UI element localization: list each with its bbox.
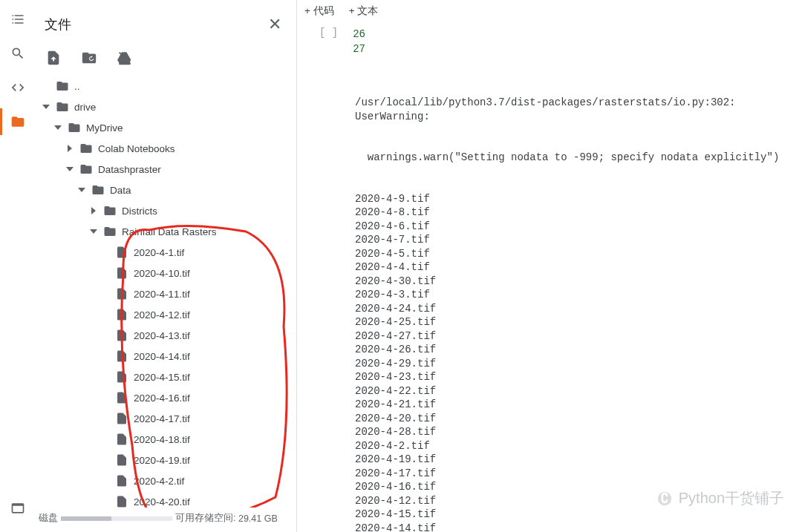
- tree-file-item[interactable]: 2020-4-2.tif: [101, 470, 296, 491]
- disk-label: 磁盘: [39, 512, 58, 525]
- line-number: 27: [353, 43, 374, 55]
- folder-icon: [102, 203, 117, 218]
- tree-label: 2020-4-1.tif: [134, 247, 184, 258]
- tree-item-colab[interactable]: Colab Notebooks: [65, 138, 296, 159]
- tree-file-item[interactable]: 2020-4-19.tif: [101, 450, 296, 470]
- tree-item-datashpraster[interactable]: Datashpraster: [65, 159, 296, 180]
- tree-label: 2020-4-10.tif: [134, 268, 190, 279]
- tree-label: 2020-4-18.tif: [134, 434, 190, 445]
- tree-file-item[interactable]: 2020-4-1.tif: [101, 242, 296, 263]
- output-line: 2020-4-15.tif: [355, 508, 802, 522]
- tree-file-item[interactable]: 2020-4-12.tif: [101, 304, 296, 325]
- file-icon: [114, 266, 129, 280]
- tree-label: Rainfall Data Rasters: [122, 226, 217, 237]
- folder-icon: [91, 183, 105, 197]
- output-line: 2020-4-17.tif: [355, 467, 802, 481]
- output-line: 2020-4-6.tif: [355, 220, 802, 234]
- file-icon: [114, 370, 129, 384]
- output-line: 2020-4-19.tif: [355, 453, 802, 467]
- watermark: Python干货铺子: [656, 488, 784, 508]
- add-text-button[interactable]: + 文本: [349, 4, 379, 18]
- tree-file-item[interactable]: 2020-4-14.tif: [101, 346, 296, 367]
- output-line: 2020-4-24.tif: [355, 302, 802, 316]
- tree-label: 2020-4-2.tif: [134, 476, 184, 487]
- output-line: 2020-4-2.tif: [355, 439, 802, 453]
- disk-avail-label: 可用存储空间:: [175, 512, 235, 525]
- tree-item-mydrive[interactable]: MyDrive: [53, 117, 296, 138]
- file-icon: [114, 307, 129, 322]
- output-line: 2020-4-9.tif: [355, 192, 802, 206]
- output-line: 2020-4-23.tif: [355, 370, 802, 384]
- toc-icon[interactable]: [9, 10, 27, 28]
- tree-file-item[interactable]: 2020-4-18.tif: [101, 429, 296, 450]
- tree-file-item[interactable]: 2020-4-16.tif: [101, 387, 296, 408]
- tree-label: Colab Notebooks: [98, 143, 175, 154]
- tree-label: 2020-4-11.tif: [134, 289, 190, 300]
- tree-label: drive: [74, 102, 96, 113]
- terminal-icon[interactable]: [9, 499, 27, 517]
- file-icon: [114, 473, 129, 488]
- snippets-icon[interactable]: [9, 79, 27, 96]
- main-area: + 代码 + 文本 [ ] 26 27 /usr/local/lib/pytho…: [297, 0, 802, 532]
- output-line: 2020-4-26.tif: [355, 343, 802, 357]
- file-icon: [114, 432, 129, 447]
- code-cell[interactable]: [ ] 26 27: [297, 22, 802, 56]
- close-icon[interactable]: ✕: [265, 12, 284, 37]
- tree-file-item[interactable]: 2020-4-10.tif: [101, 263, 296, 283]
- file-icon: [114, 453, 129, 467]
- add-code-button[interactable]: + 代码: [304, 4, 334, 18]
- tree-label: MyDrive: [86, 122, 123, 134]
- tree-item-districts[interactable]: Districts: [89, 200, 296, 221]
- output-line: 2020-4-8.tif: [355, 206, 802, 220]
- search-icon[interactable]: [9, 45, 27, 62]
- tree-label: 2020-4-15.tif: [134, 372, 190, 383]
- file-icon: [114, 286, 129, 301]
- tree-label: 2020-4-16.tif: [134, 393, 190, 404]
- folder-icon: [102, 224, 117, 239]
- exec-indicator: [ ]: [319, 27, 338, 39]
- files-panel: 文件 ✕ ..: [36, 0, 297, 532]
- tree-file-item[interactable]: 2020-4-20.tif: [101, 491, 296, 508]
- folder-icon: [55, 99, 70, 114]
- tree-label: 2020-4-14.tif: [134, 351, 190, 362]
- output-line: 2020-4-5.tif: [355, 247, 802, 261]
- output-line: 2020-4-7.tif: [355, 233, 802, 247]
- tree-file-item[interactable]: 2020-4-13.tif: [101, 325, 296, 346]
- mount-drive-icon[interactable]: [116, 49, 134, 67]
- output-line: 2020-4-21.tif: [355, 398, 802, 412]
- tree-item-parent[interactable]: ..: [42, 76, 296, 96]
- file-tree[interactable]: .. drive MyDrive: [36, 76, 296, 508]
- file-icon: [114, 245, 129, 260]
- tree-item-data[interactable]: Data: [77, 180, 296, 200]
- tree-item-drive[interactable]: drive: [42, 96, 296, 117]
- output-line: 2020-4-28.tif: [355, 425, 802, 439]
- output-line: 2020-4-25.tif: [355, 315, 802, 329]
- tree-item-rainfall[interactable]: Rainfall Data Rasters: [89, 221, 296, 242]
- left-rail: [0, 0, 36, 532]
- folder-icon: [79, 141, 94, 156]
- tree-file-item[interactable]: 2020-4-11.tif: [101, 283, 296, 304]
- files-icon[interactable]: [9, 113, 27, 131]
- cell-output: /usr/local/lib/python3.7/dist-packages/r…: [297, 59, 802, 532]
- tree-file-item[interactable]: 2020-4-17.tif: [101, 408, 296, 429]
- upload-icon[interactable]: [45, 49, 62, 67]
- tree-file-item[interactable]: 2020-4-15.tif: [101, 367, 296, 387]
- output-line: 2020-4-3.tif: [355, 288, 802, 302]
- tree-label: ..: [74, 81, 80, 92]
- tree-label: 2020-4-13.tif: [134, 330, 190, 341]
- file-icon: [114, 390, 129, 405]
- tree-label: 2020-4-17.tif: [134, 413, 190, 424]
- refresh-icon[interactable]: [80, 49, 98, 67]
- file-icon: [114, 328, 129, 343]
- tree-label: Data: [110, 185, 131, 196]
- disk-status: 磁盘 可用存储空间: 29.41 GB: [36, 508, 296, 532]
- tree-label: 2020-4-12.tif: [134, 309, 190, 321]
- watermark-text: Python干货铺子: [679, 488, 784, 508]
- file-icon: [114, 349, 129, 364]
- output-line: 2020-4-14.tif: [355, 522, 802, 533]
- output-line: 2020-4-22.tif: [355, 384, 802, 398]
- line-number: 26: [353, 28, 374, 40]
- file-icon: [114, 494, 129, 508]
- output-line: 2020-4-30.tif: [355, 275, 802, 289]
- folder-icon: [67, 120, 82, 135]
